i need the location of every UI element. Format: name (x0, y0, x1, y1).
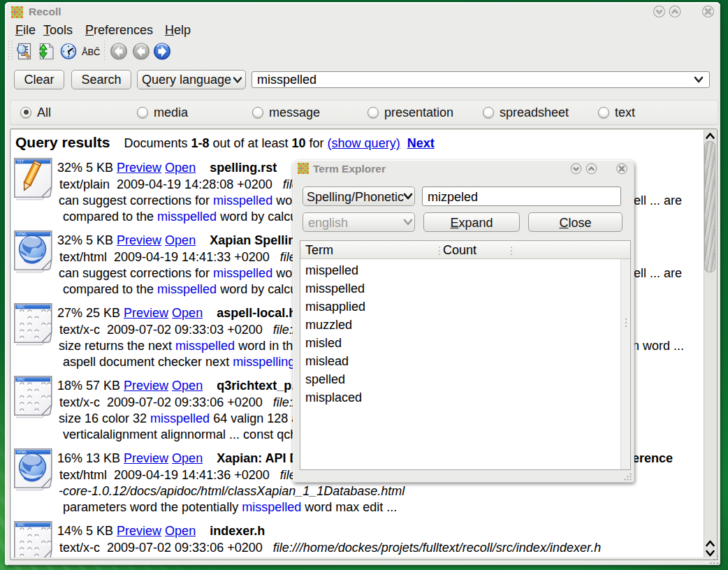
svg-text:SRC: SRC (17, 305, 24, 309)
svg-text:HTML: HTML (17, 233, 27, 237)
svg-text:SRC: SRC (17, 523, 24, 527)
svg-text:HTML: HTML (17, 451, 27, 455)
svg-text:SRC: SRC (17, 378, 24, 382)
svg-text:ÅBĈ: ÅBĈ (82, 47, 100, 57)
